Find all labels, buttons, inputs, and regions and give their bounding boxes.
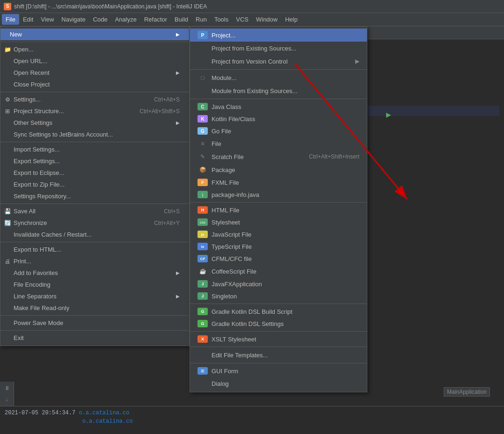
menu-run[interactable]: Run [192,14,211,25]
java-class-icon: C [197,103,208,110]
menu-view[interactable]: View [37,14,58,25]
menu-build[interactable]: Build [171,14,192,25]
new-package-info[interactable]: j package-info.java [190,188,367,201]
html-icon: H [197,206,208,214]
new-file[interactable]: ≡ File [190,137,367,150]
menu-file[interactable]: File [2,14,19,25]
new-gradle-settings[interactable]: G Gradle Kotlin DSL Settings [190,318,367,330]
new-submenu: P Project... Project from Existing Sourc… [190,26,367,392]
menu-power-save[interactable]: Power Save Mode [0,317,189,329]
new-fxml[interactable]: F FXML File [190,176,367,188]
gui-form-icon: ⊞ [197,367,208,375]
go-icon: G [197,127,208,135]
main-content: C ... ✕ C HelloController.java ✕ 1 packa… [0,26,504,434]
new-edit-templates[interactable]: Edit File Templates... [190,348,367,362]
xslt-icon: X [197,335,208,343]
menu-navigate[interactable]: Navigate [58,14,89,25]
settings-icon: ⚙ [3,95,12,104]
singleton-icon: J [197,292,208,300]
menu-export-html[interactable]: Export to HTML... [0,244,189,255]
menu-new[interactable]: New ▶ [0,29,189,40]
new-javafx[interactable]: J JavaFXApplication [190,278,367,290]
new-typescript[interactable]: ts TypeScript File [190,240,367,253]
menu-export-eclipse[interactable]: Export to Eclipse... [0,167,189,179]
new-dialog[interactable]: Dialog [190,377,367,390]
separator-5 [0,242,189,242]
new-stylesheet[interactable]: css Stylesheet [190,216,367,228]
separator-6 [0,315,189,316]
new-gui-form[interactable]: ⊞ GUI Form [190,365,367,377]
fxml-icon: F [197,179,208,186]
menu-invalidate-caches[interactable]: Invalidate Caches / Restart... [0,229,189,240]
menu-synchronize[interactable]: 🔄 Synchronize Ctrl+Alt+Y [0,217,189,229]
menu-exit[interactable]: Exit [0,332,189,344]
menu-edit[interactable]: Edit [19,14,37,25]
menu-open-recent[interactable]: Open Recent ▶ [0,67,189,79]
new-project[interactable]: P Project... [190,29,367,42]
gradle-settings-icon: G [197,320,208,327]
new-scratch-file[interactable]: ✎ Scratch File Ctrl+Alt+Shift+Insert [190,150,367,163]
module-existing-icon [197,87,208,95]
ts-icon: ts [197,243,208,250]
new-package[interactable]: 📦 Package [190,163,367,176]
file-dropdown: New ▶ 📁 Open... Open URL... Open Recent … [0,26,190,346]
favorites-arrow: ▶ [176,270,180,275]
package-icon: 📦 [197,166,208,174]
new-xslt[interactable]: X XSLT Stylesheet [190,333,367,345]
menu-tools[interactable]: Tools [211,14,232,25]
menu-help[interactable]: Help [281,14,301,25]
new-module-existing[interactable]: Module from Existing Sources... [190,84,367,97]
new-singleton[interactable]: J Singleton [190,290,367,302]
new-gradle-build[interactable]: G Gradle Kotlin DSL Build Script [190,305,367,318]
menu-project-structure[interactable]: ⊞ Project Structure... Ctrl+Alt+Shift+S [0,105,189,117]
new-module[interactable]: □ Module... [190,71,367,84]
new-go-file[interactable]: G Go File [190,125,367,137]
new-javascript[interactable]: js JavaScript File [190,228,367,240]
folder-icon: 📁 [3,45,12,54]
menu-file-encoding[interactable]: File Encoding [0,279,189,290]
menu-refactor[interactable]: Refactor [140,14,171,25]
separator-2 [0,92,189,92]
save-icon: 💾 [3,207,12,216]
menu-save-all[interactable]: 💾 Save All Ctrl+S [0,205,189,217]
menu-add-to-favorites[interactable]: Add to Favorites ▶ [0,267,189,279]
scratch-icon: ✎ [197,152,208,161]
menu-make-readonly[interactable]: Make File Read-only [0,302,189,314]
new-project-existing[interactable]: Project from Existing Sources... [190,42,367,55]
menu-export-settings[interactable]: Export Settings... [0,155,189,167]
project-vcs-icon [197,57,208,65]
menu-settings-repository[interactable]: Settings Repository... [0,190,189,202]
menu-print[interactable]: 🖨 Print... [0,255,189,267]
menu-analyze[interactable]: Analyze [111,14,140,25]
bottom-toolbar: ⏸ ↓ [0,382,14,406]
scroll-down-button[interactable]: ↓ [2,395,12,404]
new-coffeescript[interactable]: ☕ CoffeeScript File [190,265,367,278]
menu-export-zip[interactable]: Export to Zip File... [0,179,189,190]
line-sep-arrow: ▶ [176,294,180,299]
pause-button[interactable]: ⏸ [2,383,12,393]
new-html[interactable]: H HTML File [190,204,367,216]
menu-settings[interactable]: ⚙ Settings... Ctrl+Alt+S [0,94,189,105]
menu-vcs[interactable]: VCS [232,14,252,25]
run-button[interactable]: ▶ [384,109,393,120]
package-info-icon: j [197,191,208,198]
new-cfml[interactable]: CF CFML/CFC file [190,253,367,265]
menu-other-settings[interactable]: Other Settings ▶ [0,117,189,129]
module-icon: □ [197,73,208,82]
log-line-2: o.a.catalina.co [5,417,499,426]
new-sep-1 [190,69,367,70]
menu-window[interactable]: Window [252,14,281,25]
project-icon: P [197,31,208,39]
menu-import-settings[interactable]: Import Settings... [0,144,189,155]
new-project-vcs[interactable]: Project from Version Control ▶ [190,55,367,68]
menu-code[interactable]: Code [89,14,111,25]
menu-sync-settings[interactable]: Sync Settings to JetBrains Account... [0,129,189,140]
separator-3 [0,142,189,142]
new-kotlin-file[interactable]: K Kotlin File/Class [190,113,367,125]
new-java-class[interactable]: C Java Class [190,101,367,113]
menu-open-url[interactable]: Open URL... [0,55,189,67]
menu-line-separators[interactable]: Line Separators ▶ [0,290,189,302]
edit-templates-icon [197,351,208,359]
menu-close-project[interactable]: Close Project [0,79,189,90]
menu-open[interactable]: 📁 Open... [0,43,189,55]
